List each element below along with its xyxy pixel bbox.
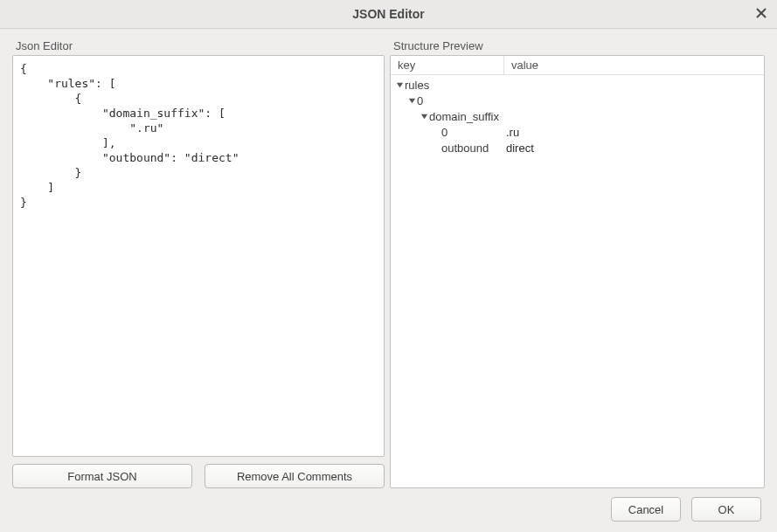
tree-row[interactable]: outbounddirect xyxy=(391,140,764,155)
window-title: JSON Editor xyxy=(352,7,424,21)
tree-row[interactable]: 0 xyxy=(391,93,764,108)
tree-row[interactable]: 0.ru xyxy=(391,124,764,140)
tree-header: key value xyxy=(391,56,764,75)
tree-value-cell: direct xyxy=(504,142,757,155)
tree-row[interactable]: rules xyxy=(391,77,764,93)
remove-all-comments-button[interactable]: Remove All Comments xyxy=(205,464,385,488)
editor-button-row: Format JSON Remove All Comments xyxy=(12,464,385,488)
tree-key-label: domain_suffix xyxy=(429,110,499,123)
tree-key-label: rules xyxy=(405,79,429,92)
tree-header-value[interactable]: value xyxy=(504,56,764,74)
expander-open-icon[interactable] xyxy=(394,81,405,89)
cancel-button[interactable]: Cancel xyxy=(611,497,681,522)
tree-body: rules0domain_suffix0.ruoutbounddirect xyxy=(391,75,764,487)
preview-pane: Structure Preview key value rules0domain… xyxy=(390,39,765,488)
dialog-footer: Cancel OK xyxy=(12,497,765,522)
tree-key-label: 0 xyxy=(417,94,423,107)
tree-key-label: 0 xyxy=(441,126,447,139)
editor-pane: Json Editor { "rules": [ { "domain_suffi… xyxy=(12,39,385,488)
tree-key-cell: rules xyxy=(391,79,504,92)
tree-value-cell: .ru xyxy=(504,126,757,139)
preview-pane-label: Structure Preview xyxy=(393,39,765,52)
svg-marker-2 xyxy=(396,82,402,86)
titlebar: JSON Editor xyxy=(0,0,777,29)
ok-button[interactable]: OK xyxy=(691,497,761,522)
structure-preview-tree[interactable]: key value rules0domain_suffix0.ruoutboun… xyxy=(390,55,765,488)
tree-key-label: outbound xyxy=(441,142,489,155)
close-button[interactable] xyxy=(754,7,768,21)
tree-key-cell: 0 xyxy=(391,126,504,139)
json-editor-window: JSON Editor Json Editor { "rules": [ { "… xyxy=(0,0,777,532)
close-icon xyxy=(756,8,767,21)
svg-marker-3 xyxy=(408,98,414,102)
tree-key-cell: domain_suffix xyxy=(391,110,504,123)
tree-key-cell: outbound xyxy=(391,142,504,155)
panes: Json Editor { "rules": [ { "domain_suffi… xyxy=(12,39,765,488)
format-json-button[interactable]: Format JSON xyxy=(12,464,192,488)
expander-open-icon[interactable] xyxy=(406,97,417,105)
svg-marker-4 xyxy=(420,114,427,118)
tree-header-key[interactable]: key xyxy=(391,56,504,74)
expander-open-icon[interactable] xyxy=(419,113,429,121)
window-body: Json Editor { "rules": [ { "domain_suffi… xyxy=(0,29,777,532)
editor-pane-label: Json Editor xyxy=(16,39,385,52)
tree-key-cell: 0 xyxy=(391,94,504,107)
json-text-editor[interactable]: { "rules": [ { "domain_suffix": [ ".ru" … xyxy=(12,55,385,457)
tree-row[interactable]: domain_suffix xyxy=(391,108,764,124)
